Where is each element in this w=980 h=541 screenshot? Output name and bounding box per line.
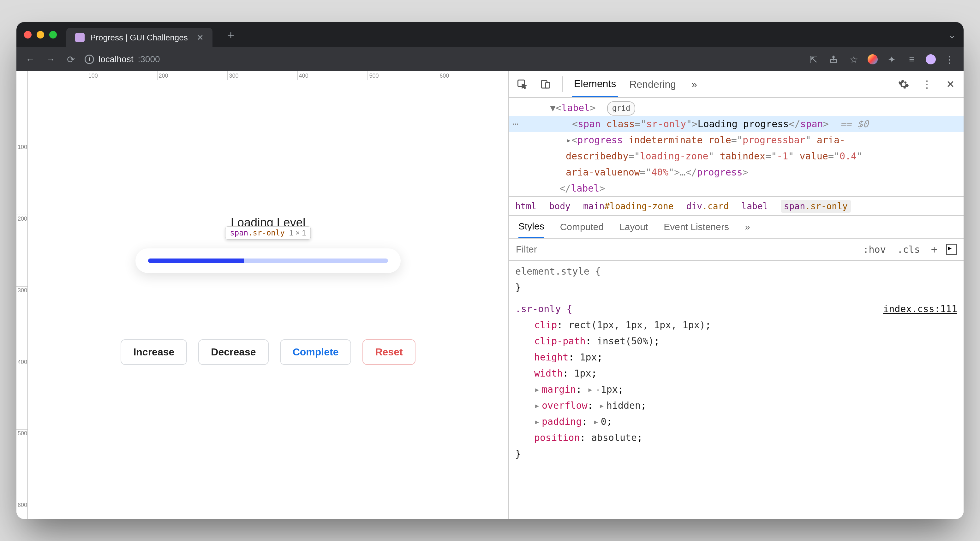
browser-menu-icon[interactable]: ⋮ bbox=[943, 54, 956, 65]
rule-selector: .sr-only { bbox=[515, 303, 573, 314]
inspect-tooltip: span.sr-only 1 × 1 bbox=[225, 226, 311, 240]
rule-source-link[interactable]: index.css:111 bbox=[883, 301, 957, 317]
url-field[interactable]: i localhost:3000 bbox=[84, 54, 799, 64]
crumb[interactable]: label bbox=[741, 201, 768, 212]
tabs-overflow-icon[interactable]: » bbox=[745, 221, 750, 232]
tooltip-tag: span bbox=[230, 229, 248, 237]
crumb[interactable]: html bbox=[515, 201, 536, 212]
ruler-tick: 500 bbox=[368, 71, 379, 80]
styles-filter-input[interactable] bbox=[515, 243, 854, 255]
progress-card bbox=[135, 248, 401, 273]
tab-event-listeners[interactable]: Event Listeners bbox=[663, 216, 729, 238]
url-host: localhost bbox=[99, 54, 134, 64]
open-external-icon[interactable]: ⇱ bbox=[807, 54, 819, 65]
crumb[interactable]: body bbox=[549, 201, 570, 212]
profile-avatar-icon[interactable] bbox=[926, 54, 936, 64]
ruler-horizontal: 100 200 300 400 500 600 bbox=[16, 71, 508, 80]
css-declaration[interactable]: overflow: hidden; bbox=[515, 398, 957, 414]
favicon-icon bbox=[75, 33, 84, 42]
close-tab-icon[interactable]: ✕ bbox=[197, 33, 204, 43]
site-info-icon[interactable]: i bbox=[84, 55, 94, 64]
nav-forward-icon[interactable]: → bbox=[44, 54, 57, 65]
reading-list-icon[interactable]: ≡ bbox=[905, 54, 918, 65]
ruler-tick: 600 bbox=[16, 501, 27, 509]
maximize-window-icon[interactable] bbox=[49, 31, 57, 38]
ruler-tick: 100 bbox=[16, 143, 27, 151]
address-bar: ← → ⟳ i localhost:3000 ⇱ ☆ ✦ ≡ ⋮ bbox=[16, 47, 964, 71]
minimize-window-icon[interactable] bbox=[37, 31, 44, 38]
styles-tabstrip: Styles Computed Layout Event Listeners » bbox=[509, 216, 964, 239]
bookmark-icon[interactable]: ☆ bbox=[847, 54, 860, 65]
nav-back-icon[interactable]: ← bbox=[24, 54, 37, 65]
decrease-button[interactable]: Decrease bbox=[198, 339, 268, 365]
tab-layout[interactable]: Layout bbox=[619, 216, 648, 238]
devtools-menu-icon[interactable]: ⋮ bbox=[920, 78, 934, 90]
cls-toggle[interactable]: .cls bbox=[895, 244, 923, 255]
ruler-tick: 600 bbox=[438, 71, 449, 80]
extensions-icon[interactable]: ✦ bbox=[885, 54, 898, 65]
crumb-selected[interactable]: span.sr-only bbox=[781, 200, 851, 213]
browser-window: Progress | GUI Challenges ✕ ＋ ⌄ ← → ⟳ i … bbox=[16, 22, 964, 519]
reload-icon[interactable]: ⟳ bbox=[64, 54, 77, 65]
device-toolbar-icon[interactable] bbox=[539, 79, 552, 90]
page-viewport: 100 200 300 400 500 600 100 200 300 400 … bbox=[16, 71, 508, 519]
ruler-tick: 300 bbox=[16, 286, 27, 294]
dom-selected-node: <span class="sr-only">Loading progress</… bbox=[509, 116, 964, 132]
close-window-icon[interactable] bbox=[24, 31, 32, 38]
reset-button[interactable]: Reset bbox=[363, 339, 415, 365]
browser-tab[interactable]: Progress | GUI Challenges ✕ bbox=[66, 28, 213, 47]
ruler-tick: 100 bbox=[87, 71, 98, 80]
window-controls bbox=[24, 31, 57, 38]
styles-pane[interactable]: element.style { } index.css:111 .sr-only… bbox=[509, 261, 964, 519]
new-tab-button[interactable]: ＋ bbox=[225, 27, 237, 43]
ruler-tick: 200 bbox=[157, 71, 168, 80]
settings-icon[interactable] bbox=[897, 79, 910, 90]
breadcrumb[interactable]: html body main#loading-zone div.card lab… bbox=[509, 196, 964, 216]
devtools-panel: Elements Rendering » ⋮ ✕ ▼<label> grid <… bbox=[508, 71, 964, 519]
ruler-tick: 400 bbox=[16, 358, 27, 366]
close-devtools-icon[interactable]: ✕ bbox=[943, 78, 957, 90]
tabs-overflow-icon[interactable]: » bbox=[687, 79, 701, 90]
tab-elements[interactable]: Elements bbox=[572, 71, 618, 97]
styles-filter-bar: :hov .cls ＋ bbox=[509, 239, 964, 261]
box-model-icon[interactable] bbox=[946, 243, 957, 255]
css-declaration[interactable]: clip-path: inset(50%); bbox=[515, 333, 957, 349]
tab-styles[interactable]: Styles bbox=[519, 216, 544, 238]
progress-bar bbox=[148, 258, 388, 263]
ruler-tick: 400 bbox=[298, 71, 309, 80]
demo-page: Loading Level span.sr-only 1 × 1 Increas… bbox=[28, 80, 508, 519]
progress-fill bbox=[148, 258, 244, 263]
css-declaration[interactable]: clip: rect(1px, 1px, 1px, 1px); bbox=[515, 317, 957, 333]
dom-tree[interactable]: ▼<label> grid <span class="sr-only">Load… bbox=[509, 98, 964, 196]
ruler-vertical: 100 200 300 400 500 600 bbox=[16, 71, 28, 519]
ruler-tick: 200 bbox=[16, 215, 27, 222]
tooltip-dimensions: 1 × 1 bbox=[289, 229, 306, 237]
tab-rendering[interactable]: Rendering bbox=[627, 71, 678, 97]
hov-toggle[interactable]: :hov bbox=[861, 244, 888, 255]
svg-rect-3 bbox=[546, 83, 550, 88]
inspect-element-icon[interactable] bbox=[515, 79, 529, 90]
css-declaration[interactable]: padding: 0; bbox=[515, 414, 957, 430]
titlebar: Progress | GUI Challenges ✕ ＋ ⌄ bbox=[16, 22, 964, 47]
complete-button[interactable]: Complete bbox=[280, 339, 352, 365]
css-declaration[interactable]: width: 1px; bbox=[515, 365, 957, 381]
new-style-rule-icon[interactable]: ＋ bbox=[929, 242, 940, 256]
css-declaration[interactable]: position: absolute; bbox=[515, 430, 957, 446]
crumb[interactable]: main#loading-zone bbox=[583, 201, 674, 212]
element-style-selector: element.style { bbox=[515, 266, 601, 277]
tab-title: Progress | GUI Challenges bbox=[90, 33, 188, 43]
extension-icon[interactable] bbox=[868, 54, 878, 64]
css-declaration[interactable]: height: 1px; bbox=[515, 349, 957, 365]
tab-computed[interactable]: Computed bbox=[560, 216, 604, 238]
demo-controls: Increase Decrease Complete Reset bbox=[121, 339, 415, 365]
crumb[interactable]: div.card bbox=[686, 201, 729, 212]
ruler-tick: 300 bbox=[228, 71, 239, 80]
share-icon[interactable] bbox=[827, 55, 840, 64]
increase-button[interactable]: Increase bbox=[121, 339, 187, 365]
devtools-tabstrip: Elements Rendering » ⋮ ✕ bbox=[509, 71, 964, 98]
css-declaration[interactable]: margin: -1px; bbox=[515, 381, 957, 398]
ruler-tick: 500 bbox=[16, 429, 27, 437]
tabs-overflow-icon[interactable]: ⌄ bbox=[948, 29, 956, 40]
url-port: :3000 bbox=[138, 54, 160, 64]
tooltip-class: .sr-only bbox=[248, 229, 285, 237]
